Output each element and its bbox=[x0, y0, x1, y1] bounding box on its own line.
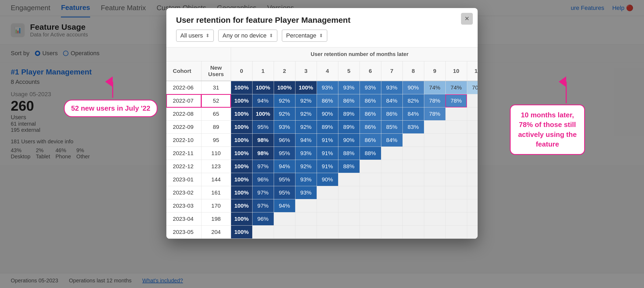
col-month-0: 0 bbox=[231, 61, 252, 81]
retention-cell: 70% bbox=[467, 81, 478, 94]
retention-cell: 86% bbox=[338, 94, 360, 107]
retention-cell: 100% bbox=[295, 81, 317, 94]
retention-cell: 93% bbox=[317, 81, 338, 94]
col-month-10: 10 bbox=[445, 61, 467, 81]
retention-cell bbox=[360, 160, 381, 173]
retention-cell: 90% bbox=[402, 81, 424, 94]
retention-cell bbox=[402, 212, 424, 226]
table-row: 2023-02161100%97%95%93% bbox=[166, 186, 478, 199]
retention-cell: 95% bbox=[252, 121, 274, 134]
retention-cell bbox=[445, 147, 467, 160]
cohort-cell: 2023-05 bbox=[166, 226, 201, 239]
retention-cell bbox=[424, 121, 445, 134]
table-row: 2023-03170100%97%94% bbox=[166, 199, 478, 212]
retention-cell bbox=[381, 173, 402, 186]
retention-cell: 95% bbox=[274, 186, 295, 199]
callout-july: 52 new users in July '22 bbox=[64, 100, 158, 117]
retention-cell: 100% bbox=[274, 81, 295, 94]
retention-cell: 86% bbox=[381, 107, 402, 121]
retention-cell: 96% bbox=[274, 134, 295, 147]
retention-cell bbox=[338, 212, 360, 226]
retention-cell: 86% bbox=[360, 107, 381, 121]
retention-cell: 78% bbox=[424, 94, 445, 107]
retention-cell: 86% bbox=[317, 94, 338, 107]
retention-cell: 89% bbox=[338, 121, 360, 134]
retention-cell bbox=[381, 226, 402, 239]
cohort-cell: 2022-08 bbox=[166, 107, 201, 121]
retention-cell bbox=[360, 212, 381, 226]
retention-cell: 93% bbox=[338, 81, 360, 94]
table-col-headers-row: Cohort New Users 0 1 2 3 4 5 6 7 8 9 10 … bbox=[166, 61, 478, 81]
retention-cell: 94% bbox=[274, 160, 295, 173]
col-month-3: 3 bbox=[295, 61, 317, 81]
callout-months: 10 months later, 78% of those still acti… bbox=[510, 104, 585, 155]
retention-cell bbox=[424, 160, 445, 173]
retention-cell: 97% bbox=[252, 160, 274, 173]
retention-cell: 100% bbox=[231, 107, 252, 121]
device-filter[interactable]: Any or no device ⬍ bbox=[218, 29, 277, 42]
retention-cell bbox=[424, 199, 445, 212]
retention-cell: 78% bbox=[445, 94, 467, 107]
retention-cell bbox=[402, 134, 424, 147]
retention-cell: 92% bbox=[295, 94, 317, 107]
retention-cell: 100% bbox=[252, 81, 274, 94]
cohort-cell: 2022-10 bbox=[166, 134, 201, 147]
retention-cell bbox=[467, 186, 478, 199]
modal-title: User retention for feature Player Manage… bbox=[176, 16, 468, 25]
table-row: 2022-0752100%94%92%92%86%86%86%84%82%78%… bbox=[166, 94, 478, 107]
cohort-cell: 2022-07 bbox=[166, 94, 201, 107]
retention-cell: 95% bbox=[274, 147, 295, 160]
retention-cell: 100% bbox=[231, 160, 252, 173]
retention-cell: 92% bbox=[274, 94, 295, 107]
retention-cell bbox=[467, 226, 478, 239]
retention-cell: 92% bbox=[274, 107, 295, 121]
retention-cell: 82% bbox=[402, 94, 424, 107]
retention-cell bbox=[381, 199, 402, 212]
table-row: 2023-05204100% bbox=[166, 226, 478, 239]
cohort-cell: 2023-03 bbox=[166, 199, 201, 212]
retention-cell: 100% bbox=[231, 134, 252, 147]
retention-cell: 92% bbox=[295, 160, 317, 173]
retention-cell: 90% bbox=[317, 173, 338, 186]
retention-table: User retention number of months later Co… bbox=[166, 47, 478, 239]
retention-cell bbox=[317, 212, 338, 226]
retention-cell: 98% bbox=[252, 147, 274, 160]
retention-cell bbox=[424, 226, 445, 239]
modal-close-button[interactable]: ✕ bbox=[461, 13, 473, 25]
retention-cell bbox=[360, 199, 381, 212]
retention-cell: 97% bbox=[252, 186, 274, 199]
retention-cell: 100% bbox=[231, 94, 252, 107]
metric-filter[interactable]: Percentage ⬍ bbox=[282, 29, 327, 42]
modal-filters: All users ⬍ Any or no device ⬍ Percentag… bbox=[176, 29, 468, 42]
users-cell: 144 bbox=[201, 173, 231, 186]
col-month-5: 5 bbox=[338, 61, 360, 81]
retention-cell: 90% bbox=[317, 107, 338, 121]
retention-cell: 100% bbox=[231, 173, 252, 186]
retention-cell bbox=[402, 147, 424, 160]
retention-cell bbox=[424, 147, 445, 160]
retention-cell bbox=[295, 212, 317, 226]
col-month-4: 4 bbox=[317, 61, 338, 81]
users-filter[interactable]: All users ⬍ bbox=[176, 29, 214, 42]
retention-cell bbox=[402, 160, 424, 173]
table-row: 2022-0631100%100%100%100%93%93%93%93%90%… bbox=[166, 81, 478, 94]
users-filter-arrow: ⬍ bbox=[206, 33, 210, 39]
col-cohort: Cohort bbox=[166, 61, 201, 81]
arrow-july-up bbox=[105, 79, 121, 100]
modal-overlay[interactable]: User retention for feature Player Manage… bbox=[0, 0, 644, 288]
retention-cell: 74% bbox=[424, 81, 445, 94]
col-month-2: 2 bbox=[274, 61, 295, 81]
metric-filter-arrow: ⬍ bbox=[319, 33, 323, 39]
retention-cell bbox=[467, 121, 478, 134]
retention-cell bbox=[402, 226, 424, 239]
retention-cell: 94% bbox=[295, 134, 317, 147]
retention-cell bbox=[467, 147, 478, 160]
retention-cell: 84% bbox=[381, 94, 402, 107]
retention-cell: 89% bbox=[317, 121, 338, 134]
table-row: 2022-0865100%100%92%92%90%89%86%86%84%78… bbox=[166, 107, 478, 121]
retention-cell: 95% bbox=[274, 173, 295, 186]
retention-cell bbox=[252, 226, 274, 239]
retention-cell bbox=[274, 212, 295, 226]
retention-cell bbox=[467, 212, 478, 226]
retention-cell bbox=[467, 199, 478, 212]
